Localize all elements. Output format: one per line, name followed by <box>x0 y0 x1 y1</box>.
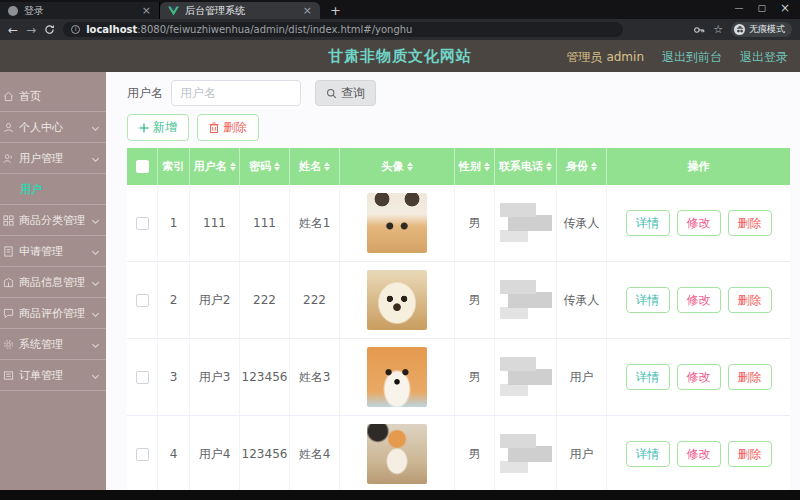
plus-icon <box>139 123 149 133</box>
admin-user-label: 管理员 admin <box>567 49 644 66</box>
select-all-checkbox[interactable] <box>136 160 149 173</box>
cell-name: 姓名4 <box>290 416 340 492</box>
add-button[interactable]: 新增 <box>127 114 189 141</box>
cell-username: 用户2 <box>190 262 240 338</box>
logout-link[interactable]: 退出登录 <box>740 49 788 66</box>
browser-tab-strip: 登录 × 后台管理系统 × + — ▢ × <box>0 0 800 19</box>
sidebar-item-system-management[interactable]: 系统管理 <box>0 329 106 360</box>
vue-logo-icon <box>168 6 179 16</box>
cell-index: 3 <box>158 339 190 415</box>
col-password[interactable]: 密码 <box>240 148 290 185</box>
sort-icon[interactable] <box>546 162 552 171</box>
sidebar-item-personal-center[interactable]: 个人中心 <box>0 112 106 143</box>
taskbar-strip <box>0 490 800 500</box>
sort-icon[interactable] <box>324 162 330 171</box>
sidebar-item-user-management[interactable]: 用户管理 <box>0 143 106 174</box>
username-search-label: 用户名 <box>127 85 163 102</box>
edit-button[interactable]: 修改 <box>677 210 721 236</box>
incognito-badge: 无痕模式 <box>731 22 792 37</box>
reload-icon[interactable] <box>44 24 55 35</box>
forward-icon[interactable]: → <box>26 24 36 36</box>
detail-button[interactable]: 详情 <box>626 287 670 313</box>
cell-name: 姓名3 <box>290 339 340 415</box>
row-checkbox[interactable] <box>136 448 149 461</box>
close-tab-icon[interactable]: × <box>142 4 151 17</box>
detail-button[interactable]: 详情 <box>626 364 670 390</box>
col-phone[interactable]: 联系电话 <box>495 148 557 185</box>
chevron-down-icon <box>92 123 99 130</box>
row-delete-button[interactable]: 删除 <box>728 441 772 467</box>
sort-icon[interactable] <box>230 162 236 171</box>
cell-identity: 用户 <box>557 416 607 492</box>
action-buttons: 新增 删除 <box>127 114 259 141</box>
edit-button[interactable]: 修改 <box>677 364 721 390</box>
url-path: :8080/feiwuzhiwenhua/admin/dist/index.ht… <box>137 24 412 35</box>
url-text: localhost:8080/feiwuzhiwenhua/admin/dist… <box>86 24 412 35</box>
password-key-icon[interactable] <box>693 24 705 36</box>
maximize-button[interactable]: ▢ <box>757 3 766 13</box>
cell-gender: 男 <box>455 262 495 338</box>
sidebar-item-home[interactable]: 首页 <box>0 81 106 112</box>
col-name[interactable]: 姓名 <box>290 148 340 185</box>
chevron-down-icon <box>92 371 99 378</box>
bookmark-star-icon[interactable]: ☆ <box>713 23 723 36</box>
incognito-label: 无痕模式 <box>749 23 785 36</box>
row-delete-button[interactable]: 删除 <box>728 287 772 313</box>
row-checkbox[interactable] <box>136 217 149 230</box>
edit-button[interactable]: 修改 <box>677 287 721 313</box>
row-delete-button[interactable]: 删除 <box>728 364 772 390</box>
query-button[interactable]: 查询 <box>315 80 376 106</box>
cell-index: 1 <box>158 185 190 261</box>
browser-toolbar: ← → i localhost:8080/feiwuzhiwenhua/admi… <box>0 19 800 40</box>
sort-icon[interactable] <box>274 162 280 171</box>
delete-button[interactable]: 删除 <box>197 114 259 141</box>
sort-icon[interactable] <box>484 162 490 171</box>
edit-button[interactable]: 修改 <box>677 441 721 467</box>
avatar <box>367 347 427 407</box>
close-window-button[interactable]: × <box>780 1 790 15</box>
back-icon[interactable]: ← <box>8 24 18 36</box>
tab-title: 登录 <box>24 4 136 18</box>
col-gender[interactable]: 性别 <box>455 148 495 185</box>
sort-icon[interactable] <box>591 162 597 171</box>
sort-icon[interactable] <box>407 162 413 171</box>
app-header: 甘肃非物质文化网站 管理员 admin 退出到前台 退出登录 <box>0 40 800 72</box>
sidebar-item-product-review[interactable]: 商品评价管理 <box>0 298 106 329</box>
address-bar[interactable]: i localhost:8080/feiwuzhiwenhua/admin/di… <box>63 22 623 37</box>
system-icon <box>2 338 14 350</box>
chevron-down-icon <box>92 278 99 285</box>
cell-gender: 男 <box>455 339 495 415</box>
username-search-input[interactable] <box>171 80 301 106</box>
url-host: localhost <box>86 24 137 35</box>
col-avatar[interactable]: 头像 <box>340 148 455 185</box>
close-tab-icon[interactable]: × <box>303 4 312 17</box>
new-tab-button[interactable]: + <box>320 2 351 19</box>
cell-password: 111 <box>240 185 290 261</box>
chevron-down-icon <box>92 216 99 223</box>
cell-password: 123456 <box>240 416 290 492</box>
col-index: 索引 <box>158 148 190 185</box>
review-icon <box>2 307 14 319</box>
sidebar-item-order-management[interactable]: 订单管理 <box>0 360 106 391</box>
detail-button[interactable]: 详情 <box>626 210 670 236</box>
sidebar-item-user-active[interactable]: 用户 <box>0 174 106 205</box>
cell-name: 222 <box>290 262 340 338</box>
col-username[interactable]: 用户名 <box>190 148 240 185</box>
page-info-icon[interactable]: i <box>71 25 80 34</box>
apply-icon <box>2 245 14 257</box>
table-row: 4 用户4 123456 姓名4 男 用户 详情 修改 删除 <box>127 416 790 493</box>
browser-tab-login[interactable]: 登录 × <box>0 2 160 19</box>
row-delete-button[interactable]: 删除 <box>728 210 772 236</box>
sidebar-item-product-category[interactable]: 商品分类管理 <box>0 205 106 236</box>
sidebar-item-product-info[interactable]: 商品信息管理 <box>0 267 106 298</box>
row-checkbox[interactable] <box>136 294 149 307</box>
exit-to-front-link[interactable]: 退出到前台 <box>662 49 722 66</box>
detail-button[interactable]: 详情 <box>626 441 670 467</box>
browser-tab-admin[interactable]: 后台管理系统 × <box>160 2 320 19</box>
profile-icon <box>2 121 14 133</box>
minimize-button[interactable]: — <box>734 3 743 13</box>
col-identity[interactable]: 身份 <box>557 148 607 185</box>
sidebar-item-application-management[interactable]: 申请管理 <box>0 236 106 267</box>
row-checkbox[interactable] <box>136 371 149 384</box>
incognito-icon <box>734 24 745 35</box>
